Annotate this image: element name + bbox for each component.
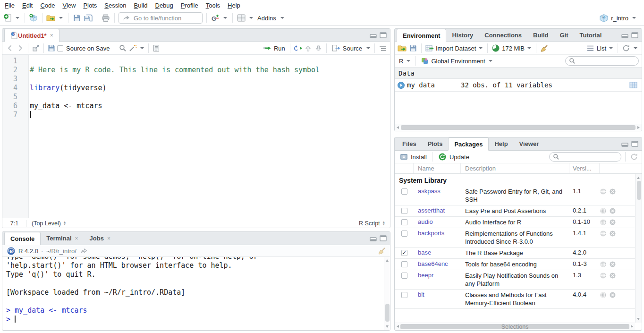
source-on-save-checkbox[interactable] (57, 45, 63, 51)
menu-build[interactable]: Build (130, 1, 152, 10)
version-control-dropdown[interactable] (223, 17, 227, 19)
tab-help[interactable]: Help (489, 137, 513, 150)
addins-button[interactable]: Addins (256, 15, 277, 22)
import-dataset-dropdown[interactable] (479, 47, 483, 49)
go-next-chunk-icon[interactable] (314, 43, 323, 53)
menu-tools[interactable]: Tools (202, 1, 224, 10)
language-selector[interactable]: R (398, 58, 403, 65)
goto-file-box[interactable] (119, 12, 203, 24)
remove-package-icon[interactable] (609, 272, 616, 279)
tab-terminal[interactable]: Terminal× (41, 232, 84, 245)
package-loaded-checkbox[interactable]: ✓ (401, 250, 407, 256)
remove-package-icon[interactable] (609, 261, 616, 267)
tab-tutorial[interactable]: Tutorial (574, 29, 608, 42)
menu-plots[interactable]: Plots (79, 1, 101, 10)
menu-edit[interactable]: Edit (18, 1, 36, 10)
tab-jobs[interactable]: Jobs× (84, 232, 116, 245)
minimize-pane-icon[interactable] (621, 32, 628, 38)
environment-search-input[interactable] (578, 58, 629, 64)
package-name-link[interactable]: beepr (414, 272, 461, 279)
remove-package-icon[interactable] (609, 188, 616, 195)
console-output[interactable]: Type 'demo()' for some demos, 'help()' f… (2, 257, 390, 330)
list-view-dropdown[interactable] (609, 47, 613, 49)
browse-package-icon[interactable] (600, 230, 606, 237)
remove-package-icon[interactable] (609, 291, 616, 298)
tab-untitled1[interactable]: R Untitled1* × (4, 29, 59, 42)
packages-search-box[interactable] (549, 152, 621, 162)
code-line[interactable]: 3 (2, 75, 390, 84)
tab-close-icon[interactable]: × (50, 32, 53, 39)
save-all-icon[interactable] (84, 13, 93, 23)
package-name-link[interactable]: assertthat (414, 207, 461, 214)
remove-package-icon[interactable] (609, 219, 616, 225)
scope-selector[interactable]: (Top Level)▲▼ (27, 220, 71, 227)
refresh-icon[interactable] (621, 43, 631, 53)
packages-scrollbar[interactable] (635, 174, 642, 323)
code-line[interactable]: 1 (2, 57, 390, 66)
menu-session[interactable]: Session (101, 1, 130, 10)
environment-hscrollbar[interactable] (395, 124, 642, 131)
project-dropdown[interactable] (632, 17, 636, 19)
package-loaded-checkbox[interactable] (401, 219, 407, 225)
package-loaded-checkbox[interactable] (401, 292, 407, 298)
package-loaded-checkbox[interactable] (401, 261, 407, 267)
browse-package-icon[interactable] (600, 207, 606, 214)
save-workspace-icon[interactable] (408, 43, 418, 53)
tab-viewer[interactable]: Viewer (514, 137, 545, 150)
open-file-icon[interactable] (46, 13, 56, 23)
panes-dropdown[interactable] (249, 17, 253, 19)
import-dataset-button[interactable]: Import Dataset (436, 45, 476, 52)
tab-close-icon[interactable]: × (75, 235, 78, 242)
project-menu[interactable]: R r_intro (599, 13, 637, 23)
rerun-icon[interactable] (293, 43, 303, 53)
environment-search-box[interactable] (565, 56, 639, 66)
tab-plots[interactable]: Plots (422, 137, 449, 150)
open-recent-dropdown[interactable] (59, 17, 63, 19)
tab-build[interactable]: Build (527, 29, 554, 42)
menu-code[interactable]: Code (36, 1, 59, 10)
code-tools-dropdown[interactable] (140, 47, 144, 49)
goto-file-input[interactable] (134, 15, 195, 22)
package-loaded-checkbox[interactable] (401, 273, 407, 279)
maximize-pane-icon[interactable] (631, 32, 638, 38)
package-name-link[interactable]: bit (414, 291, 461, 298)
load-workspace-icon[interactable] (398, 43, 407, 53)
refresh-dropdown[interactable] (634, 47, 637, 49)
code-line[interactable]: 6my_data <- mtcars (2, 102, 390, 111)
save-icon[interactable] (72, 13, 82, 23)
source-button[interactable]: Source (330, 43, 364, 53)
packages-hscrollbar[interactable]: Selections (395, 323, 635, 330)
packages-search-input[interactable] (562, 154, 613, 160)
run-button[interactable]: Run (261, 43, 287, 53)
find-replace-icon[interactable] (118, 43, 127, 53)
menu-view[interactable]: View (59, 1, 79, 10)
new-project-icon[interactable]: R (29, 13, 38, 23)
memory-usage-icon[interactable] (491, 43, 500, 53)
maximize-pane-icon[interactable] (631, 141, 638, 147)
minimize-pane-icon[interactable] (370, 32, 377, 38)
remove-package-icon[interactable] (609, 230, 616, 237)
goto-directory-icon[interactable] (79, 246, 89, 256)
code-line[interactable]: 5 (2, 93, 390, 102)
back-icon[interactable] (5, 43, 15, 53)
menu-debug[interactable]: Debug (152, 1, 177, 10)
environment-selector[interactable]: Global Environment (431, 58, 485, 65)
go-previous-chunk-icon[interactable] (304, 43, 313, 53)
code-line[interactable]: 7 (2, 111, 390, 120)
clear-console-icon[interactable] (377, 246, 386, 256)
memory-usage-label[interactable]: 172 MiB (502, 45, 525, 52)
package-name-link[interactable]: audio (414, 218, 461, 225)
browse-package-icon[interactable] (600, 188, 606, 195)
code-line[interactable]: 2# Here is my R code. This line is comme… (2, 66, 390, 75)
environment-object-row[interactable]: my_data32 obs. of 11 variables (395, 79, 642, 92)
source-dropdown[interactable] (366, 47, 370, 49)
maximize-pane-icon[interactable] (380, 32, 387, 38)
browse-package-icon[interactable] (600, 291, 606, 298)
console-scrollbar[interactable] (384, 257, 390, 330)
install-button[interactable]: Install (398, 152, 428, 162)
language-dropdown[interactable] (407, 60, 410, 62)
clear-environment-icon[interactable] (540, 43, 549, 53)
tab-git[interactable]: Git (554, 29, 574, 42)
doc-type-selector[interactable]: R Script▲▼ (354, 220, 390, 227)
print-icon[interactable] (101, 13, 110, 23)
